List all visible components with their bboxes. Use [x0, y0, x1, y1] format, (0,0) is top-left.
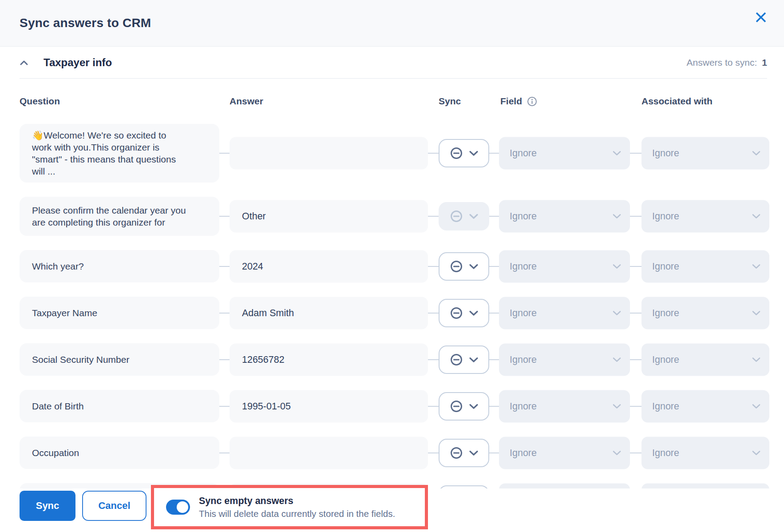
connector-line: [489, 453, 499, 453]
associated-with-dropdown-value: Ignore: [652, 354, 752, 365]
sync-mode-dropdown[interactable]: [439, 392, 489, 421]
collapse-section-button[interactable]: [20, 60, 28, 66]
connector-line: [630, 216, 641, 217]
question-cell: Social Security Number: [20, 343, 219, 376]
associated-with-dropdown[interactable]: Ignore: [641, 137, 769, 170]
connector-line: [630, 359, 641, 360]
chevron-down-icon: [469, 213, 479, 219]
question-text: Date of Birth: [32, 400, 84, 412]
table-row: Please confirm the calendar year you are…: [20, 197, 769, 236]
field-dropdown-value: Ignore: [510, 211, 613, 222]
answer-cell: Other: [230, 200, 428, 233]
question-text: Occupation: [32, 447, 79, 459]
connector-line: [489, 406, 499, 407]
associated-with-dropdown-value: Ignore: [652, 401, 752, 412]
chevron-down-icon: [613, 404, 621, 409]
answer-cell: [230, 437, 428, 469]
connector-line: [428, 406, 439, 407]
connector-line: [630, 406, 641, 407]
section-taxpayer-info: Taxpayer info Answers to sync: 1: [20, 47, 767, 79]
question-text: Social Security Number: [32, 353, 129, 365]
connector-line: [428, 313, 439, 314]
sync-button[interactable]: Sync: [20, 491, 75, 521]
sync-mode-dropdown[interactable]: [439, 299, 489, 327]
chevron-down-icon: [752, 357, 760, 362]
connector-line: [489, 216, 499, 217]
field-dropdown[interactable]: Ignore: [499, 343, 630, 376]
chevron-down-icon: [469, 357, 479, 363]
cancel-button[interactable]: Cancel: [82, 491, 147, 521]
chevron-down-icon: [613, 357, 621, 362]
column-header-answer: Answer: [230, 96, 263, 107]
connector-line: [219, 453, 230, 453]
sync-mode-dropdown[interactable]: [439, 139, 489, 167]
associated-with-dropdown[interactable]: Ignore: [641, 297, 769, 329]
chevron-down-icon: [613, 151, 621, 156]
chevron-down-icon: [469, 310, 479, 316]
question-text: Which year?: [32, 260, 84, 272]
associated-with-dropdown-value: Ignore: [652, 307, 752, 318]
connector-line: [219, 359, 230, 360]
associated-with-dropdown[interactable]: Ignore: [641, 200, 769, 233]
close-icon: [755, 11, 767, 24]
question-cell: Which year?: [20, 250, 219, 282]
sync-empty-answers-toggle[interactable]: [166, 500, 190, 515]
chevron-down-icon: [469, 263, 479, 270]
associated-with-dropdown[interactable]: Ignore: [641, 390, 769, 422]
connector-line: [219, 216, 230, 217]
connector-line: [630, 313, 641, 314]
minus-circle-icon: [450, 446, 463, 460]
connector-line: [489, 313, 499, 314]
sync-mode-dropdown[interactable]: [439, 345, 489, 374]
toggle-knob: [177, 501, 188, 513]
question-cell: 👋Welcome! We're so excited to work with …: [20, 124, 219, 183]
connector-line: [428, 216, 439, 217]
answer-text: 2024: [242, 261, 263, 272]
table-row: 👋Welcome! We're so excited to work with …: [20, 124, 769, 183]
table-row: Date of Birth 1995-01-05 Ignore: [20, 390, 769, 422]
connector-line: [428, 453, 439, 453]
minus-circle-icon: [450, 260, 463, 273]
field-dropdown[interactable]: Ignore: [499, 137, 630, 170]
associated-with-dropdown[interactable]: Ignore: [641, 250, 769, 282]
table-row: Social Security Number 12656782 Ignore: [20, 343, 769, 376]
field-dropdown-value: Ignore: [510, 148, 613, 159]
info-circle-icon[interactable]: [527, 96, 537, 107]
chevron-down-icon: [752, 151, 760, 156]
chevron-down-icon: [752, 310, 760, 315]
minus-circle-icon: [450, 306, 463, 320]
sync-mode-dropdown[interactable]: [439, 252, 489, 281]
associated-with-dropdown-value: Ignore: [652, 211, 752, 222]
chevron-down-icon: [613, 310, 621, 315]
associated-with-dropdown[interactable]: Ignore: [641, 343, 769, 376]
answer-cell: [230, 137, 428, 170]
connector-line: [630, 153, 641, 154]
sync-mode-dropdown[interactable]: [439, 439, 489, 467]
chevron-down-icon: [469, 150, 479, 156]
column-header-question: Question: [20, 96, 60, 107]
sync-mode-dropdown[interactable]: [439, 202, 489, 230]
minus-circle-icon: [450, 353, 463, 366]
field-dropdown[interactable]: Ignore: [499, 250, 630, 282]
toggle-label: Sync empty answers: [199, 495, 395, 508]
field-dropdown[interactable]: Ignore: [499, 297, 630, 329]
answer-text: Adam Smith: [242, 307, 294, 318]
associated-with-dropdown[interactable]: Ignore: [641, 437, 769, 469]
rows: 👋Welcome! We're so excited to work with …: [20, 124, 769, 530]
field-dropdown[interactable]: Ignore: [499, 200, 630, 233]
connector-line: [219, 406, 230, 407]
question-text: 👋Welcome! We're so excited to work with …: [32, 129, 183, 177]
close-button[interactable]: [755, 11, 767, 24]
field-dropdown[interactable]: Ignore: [499, 437, 630, 469]
table-column-headers: Question Answer Sync Field Associated wi…: [20, 96, 769, 107]
connector-line: [219, 313, 230, 314]
field-dropdown[interactable]: Ignore: [499, 390, 630, 422]
column-header-sync: Sync: [439, 96, 461, 107]
field-dropdown-value: Ignore: [510, 354, 613, 365]
field-dropdown-value: Ignore: [510, 447, 613, 458]
chevron-down-icon: [752, 214, 760, 219]
field-dropdown-value: Ignore: [510, 261, 613, 272]
chevron-down-icon: [752, 264, 760, 269]
question-cell: Occupation: [20, 437, 219, 469]
connector-line: [428, 153, 439, 154]
